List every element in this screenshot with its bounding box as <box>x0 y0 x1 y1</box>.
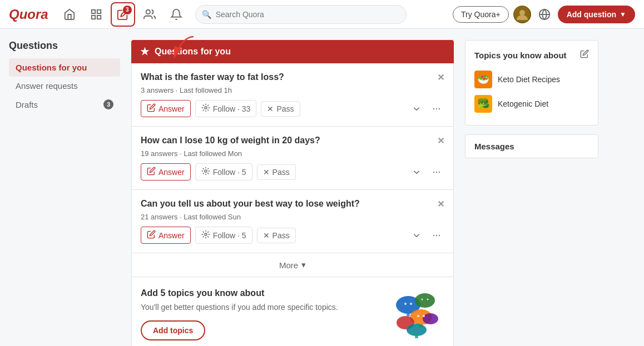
svg-rect-0 <box>91 9 95 13</box>
home-nav-icon[interactable] <box>57 2 82 27</box>
svg-point-22 <box>404 303 407 305</box>
pass-button-3[interactable]: ✕ Pass <box>257 228 296 243</box>
avatar[interactable] <box>513 6 531 23</box>
svg-point-23 <box>410 303 412 305</box>
pass-label-1: Pass <box>276 104 294 113</box>
question-card-3: Can you tell us about your best way to l… <box>131 190 454 253</box>
header: Quora 3 🔍 Try Quora+ <box>0 0 644 29</box>
question-link-1[interactable]: What is the faster way to fat loss? <box>141 72 433 82</box>
more-button[interactable]: More ▾ <box>279 260 306 270</box>
search-bar: 🔍 <box>195 5 407 24</box>
sidebar-item-questions-for-you[interactable]: Questions for you <box>9 58 120 77</box>
answer-label-3: Answer <box>158 231 185 240</box>
logo[interactable]: Quora <box>9 7 48 22</box>
follow-button-3[interactable]: Follow · 5 <box>195 227 252 244</box>
add-question-label: Add question <box>567 10 616 19</box>
sidebar: Questions Questions for you Answer reque… <box>9 40 120 346</box>
svg-rect-1 <box>97 9 101 13</box>
more-options-button-1[interactable]: ··· <box>429 101 444 117</box>
topics-box-title: Topics you know about <box>474 51 567 60</box>
list-nav-icon[interactable] <box>84 2 108 27</box>
add-topics-description: You'll get better questions if you add m… <box>141 303 380 312</box>
pass-button-2[interactable]: ✕ Pass <box>257 164 296 180</box>
sidebar-item-drafts[interactable]: Drafts 3 <box>9 95 120 114</box>
answer-button-1[interactable]: Answer <box>141 100 191 117</box>
add-topics-content: Add 5 topics you know about You'll get b… <box>141 288 380 340</box>
add-topics-title: Add 5 topics you know about <box>141 288 380 298</box>
downvote-button-1[interactable] <box>409 101 424 117</box>
keto-diet-label: Keto Diet Recipes <box>498 75 560 84</box>
question-link-3[interactable]: Can you tell us about your best way to l… <box>141 199 433 209</box>
follow-button-1[interactable]: Follow · 33 <box>195 100 257 117</box>
follow-label-1: Follow · 33 <box>213 104 251 113</box>
svg-point-11 <box>205 170 207 172</box>
pass-icon-2: ✕ <box>263 168 270 177</box>
follow-icon-3 <box>201 230 210 240</box>
people-nav-icon[interactable] <box>137 2 162 27</box>
drafts-badge: 3 <box>103 99 113 109</box>
sidebar-item-answer-requests[interactable]: Answer requests <box>9 77 120 95</box>
svg-rect-2 <box>91 15 95 18</box>
question-card-2: How can I lose 10 kg of weight in 20 day… <box>131 127 454 190</box>
svg-point-27 <box>423 315 425 317</box>
question-meta-3: 21 answers · Last followed Sun <box>141 213 444 221</box>
follow-label-2: Follow · 5 <box>213 168 246 177</box>
svg-point-10 <box>205 107 207 109</box>
svg-point-24 <box>422 299 423 300</box>
globe-icon[interactable] <box>536 6 553 23</box>
more-options-button-3[interactable]: ··· <box>429 228 444 243</box>
messages-title: Messages <box>474 142 514 151</box>
close-button-2[interactable]: ✕ <box>437 136 444 146</box>
pass-icon-3: ✕ <box>263 231 270 240</box>
star-icon: ★ <box>140 46 149 58</box>
main-content: ★ Questions for you What is the faster w… <box>131 40 454 346</box>
answer-button-2[interactable]: Answer <box>141 163 191 180</box>
follow-icon-2 <box>201 167 210 177</box>
notifications-nav-icon[interactable] <box>164 2 189 27</box>
follow-label-3: Follow · 5 <box>213 231 246 240</box>
close-button-3[interactable]: ✕ <box>437 199 444 209</box>
answer-badge: 3 <box>123 6 132 14</box>
topics-illustration <box>389 288 444 338</box>
section-header: ★ Questions for you <box>131 40 454 63</box>
svg-point-14 <box>407 313 410 317</box>
add-topics-button[interactable]: Add topics <box>141 320 205 340</box>
question-meta-1: 3 answers · Last followed 1h <box>141 86 444 94</box>
downvote-button-2[interactable] <box>409 164 424 180</box>
more-options-button-2[interactable]: ··· <box>429 164 444 180</box>
messages-box: Messages <box>465 134 598 158</box>
question-meta-2: 19 answers · Last followed Mon <box>141 149 444 158</box>
sidebar-label-questions-for-you: Questions for you <box>16 63 87 72</box>
svg-text:🥦: 🥦 <box>477 98 490 110</box>
question-title-3: Can you tell us about your best way to l… <box>141 199 444 209</box>
sidebar-label-answer-requests: Answer requests <box>16 81 78 91</box>
question-link-2[interactable]: How can I lose 10 kg of weight in 20 day… <box>141 136 433 146</box>
sidebar-title: Questions <box>9 40 120 52</box>
svg-point-12 <box>205 233 207 235</box>
add-topics-card: Add 5 topics you know about You'll get b… <box>131 277 454 346</box>
close-button-1[interactable]: ✕ <box>437 72 444 83</box>
ketogenic-label: Ketogenic Diet <box>498 99 548 108</box>
topic-item-keto-diet[interactable]: 🥗 Keto Diet Recipes <box>474 67 589 92</box>
more-label: More <box>279 260 298 270</box>
follow-button-2[interactable]: Follow · 5 <box>195 163 252 180</box>
topic-item-ketogenic[interactable]: 🥦 Ketogenic Diet <box>474 92 589 116</box>
add-question-chevron: ▼ <box>620 11 626 18</box>
question-title-2: How can I lose 10 kg of weight in 20 day… <box>141 136 444 146</box>
edit-icon[interactable] <box>580 49 589 61</box>
pass-button-1[interactable]: ✕ Pass <box>261 101 300 117</box>
question-actions-1: Answer Follow · 33 ✕ Pass ··· <box>141 100 444 117</box>
add-question-button[interactable]: Add question ▼ <box>558 6 635 23</box>
try-quora-button[interactable]: Try Quora+ <box>453 6 509 23</box>
answer-label-2: Answer <box>158 168 185 177</box>
answer-button-3[interactable]: Answer <box>141 227 191 244</box>
answer-icon-2 <box>147 167 156 177</box>
keto-diet-icon: 🥗 <box>474 71 492 88</box>
answer-icon-3 <box>147 230 156 240</box>
main-nav: 3 <box>57 2 189 27</box>
search-input[interactable] <box>195 5 407 24</box>
answer-nav-icon[interactable]: 3 <box>111 2 135 27</box>
ketogenic-icon: 🥦 <box>474 95 492 113</box>
section-title: Questions for you <box>155 47 231 57</box>
downvote-button-3[interactable] <box>409 228 424 243</box>
